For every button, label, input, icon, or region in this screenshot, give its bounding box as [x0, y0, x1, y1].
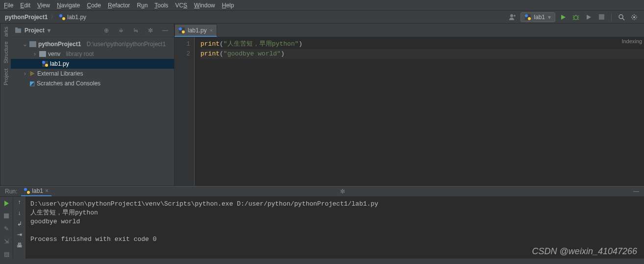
- project-root-path: D:\user\python\pythonProject1: [87, 41, 166, 48]
- editor-area: lab1.py × Indexing 12 print("人生苦短，早用pyth…: [174, 24, 644, 185]
- breadcrumb: pythonProject1 〉 lab1.py: [5, 13, 86, 21]
- project-tool-window: Project ▾ ⊕ ≑ ≒ ✼ — ⌄ pythonProject1 D:\…: [11, 24, 174, 185]
- main-body: Project Structure arks Project ▾ ⊕ ≑ ≒ ✼…: [0, 24, 644, 185]
- stop-button[interactable]: [596, 12, 606, 22]
- run-settings-button[interactable]: ✼: [340, 188, 345, 195]
- project-panel-title[interactable]: Project ▾: [15, 27, 50, 34]
- project-root-node[interactable]: ⌄ pythonProject1 D:\user\python\pythonPr…: [11, 39, 174, 49]
- layout-button[interactable]: ▤: [2, 250, 11, 259]
- project-tree: ⌄ pythonProject1 D:\user\python\pythonPr…: [11, 37, 174, 90]
- soft-wrap-button[interactable]: ↲: [17, 220, 22, 227]
- project-root-label: pythonProject1: [38, 41, 81, 48]
- code-editor[interactable]: 12 print("人生苦短，早用python") print("goodbye…: [174, 37, 644, 185]
- venv-node[interactable]: › venv library root: [11, 49, 174, 59]
- external-libraries-node[interactable]: › ⫸ External Libraries: [11, 69, 174, 79]
- hide-run-panel-button[interactable]: —: [633, 188, 639, 195]
- close-tab-button[interactable]: ×: [210, 27, 213, 33]
- menu-file[interactable]: File: [4, 2, 13, 9]
- collapse-all-button[interactable]: ≒: [131, 26, 141, 35]
- svg-point-0: [510, 14, 513, 17]
- breadcrumb-file[interactable]: lab1.py: [59, 14, 86, 21]
- scroll-down-button[interactable]: ↓: [18, 210, 21, 216]
- rerun-button[interactable]: [2, 199, 11, 208]
- menu-edit[interactable]: Edit: [20, 2, 30, 9]
- run-panel-body: ✎ ⇲ ▤ ↑ ↓ ↲ ⇥ 🖶 D:\user\python\pythonPro…: [0, 197, 644, 259]
- run-panel-label: Run:: [5, 188, 17, 195]
- menu-tools[interactable]: Tools: [154, 2, 168, 9]
- stop-run-button[interactable]: [2, 211, 11, 220]
- console-command: D:\user\python\pythonProject1\venv\Scrip…: [30, 200, 378, 208]
- search-button[interactable]: [617, 12, 626, 22]
- menu-vcs[interactable]: VCS: [175, 2, 187, 9]
- external-libraries-label: External Libraries: [37, 70, 83, 77]
- run-config-label: lab1: [534, 14, 545, 21]
- editor-tab-label: lab1.py: [188, 27, 207, 34]
- pin-tab-button[interactable]: ⇲: [2, 237, 11, 246]
- expand-arrow-icon[interactable]: ⌄: [23, 41, 27, 48]
- blank-arrow: [23, 80, 27, 87]
- hide-panel-button[interactable]: —: [160, 26, 170, 35]
- scroll-to-end-button[interactable]: ⇥: [17, 231, 22, 238]
- tab-project-vertical[interactable]: Project: [3, 68, 9, 85]
- expand-all-button[interactable]: ≑: [116, 26, 126, 35]
- debug-button[interactable]: [571, 12, 581, 22]
- expand-arrow-icon[interactable]: ›: [23, 70, 27, 77]
- watermark: CSDN @weixin_41047266: [532, 247, 637, 256]
- expand-arrow-icon[interactable]: ›: [32, 51, 37, 57]
- menu-window[interactable]: Window: [194, 2, 215, 9]
- tab-structure[interactable]: Structure: [3, 42, 9, 64]
- menu-view[interactable]: View: [37, 2, 50, 9]
- select-opened-file-button[interactable]: ⊕: [101, 26, 111, 35]
- breadcrumb-separator: 〉: [50, 13, 56, 21]
- chevron-down-icon: ▾: [48, 27, 50, 34]
- svg-rect-2: [599, 14, 604, 20]
- scratches-icon: ◩: [29, 80, 35, 87]
- menu-help[interactable]: Help: [222, 2, 234, 9]
- run-configuration-dropdown[interactable]: lab1 ▾: [520, 12, 555, 22]
- python-file-icon: [42, 61, 48, 67]
- print-button[interactable]: 🖶: [17, 242, 23, 249]
- run-tab-lab1[interactable]: lab1 ×: [21, 186, 51, 196]
- settings-icon[interactable]: ✼: [146, 26, 155, 35]
- svg-point-4: [633, 16, 635, 18]
- edit-config-button[interactable]: ✎: [2, 224, 11, 233]
- code-content[interactable]: print("人生苦短，早用python") print("goodbye wo…: [194, 37, 644, 185]
- toolbar-separator: [611, 13, 612, 21]
- python-file-icon: [525, 14, 531, 20]
- run-with-coverage-button[interactable]: [584, 12, 594, 22]
- menu-refactor[interactable]: Refactor: [108, 2, 130, 9]
- run-button[interactable]: [558, 12, 568, 22]
- scratches-node[interactable]: ◩ Scratches and Consoles: [11, 79, 174, 88]
- menu-navigate[interactable]: Navigate: [57, 2, 80, 9]
- run-toolbar-left: ✎ ⇲ ▤: [0, 197, 13, 259]
- svg-rect-6: [15, 27, 18, 29]
- venv-hint: library root: [66, 51, 94, 57]
- project-panel-header: Project ▾ ⊕ ≑ ≒ ✼ —: [11, 24, 174, 37]
- folder-icon: [29, 41, 36, 47]
- file-node-lab1[interactable]: lab1.py: [11, 59, 174, 69]
- editor-tab-lab1[interactable]: lab1.py ×: [174, 24, 217, 37]
- run-toolbar-scroll: ↑ ↓ ↲ ⇥ 🖶: [13, 197, 25, 259]
- menu-run[interactable]: Run: [137, 2, 148, 9]
- tab-bookmarks[interactable]: arks: [3, 26, 9, 37]
- editor-tab-bar: lab1.py ×: [174, 24, 644, 37]
- svg-rect-7: [4, 213, 9, 218]
- svg-point-3: [619, 15, 623, 19]
- add-user-button[interactable]: [508, 12, 518, 22]
- menu-code[interactable]: Code: [87, 2, 101, 9]
- settings-button[interactable]: [629, 12, 639, 22]
- run-tool-window: Run: lab1 × ✼ — ✎ ⇲ ▤ ↑ ↓ ↲ ⇥ 🖶 D:\user\…: [0, 185, 644, 252]
- scroll-up-button[interactable]: ↑: [18, 199, 21, 206]
- navigation-bar: pythonProject1 〉 lab1.py lab1 ▾: [0, 11, 644, 24]
- console-output[interactable]: D:\user\python\pythonProject1\venv\Scrip…: [25, 197, 644, 259]
- left-tool-strip: Project Structure arks: [0, 24, 11, 185]
- project-icon: [15, 27, 22, 34]
- svg-rect-5: [15, 28, 21, 33]
- breadcrumb-file-label: lab1.py: [67, 14, 86, 21]
- svg-point-1: [574, 16, 578, 20]
- console-line: 人生苦短，早用python: [30, 209, 98, 216]
- breadcrumb-project[interactable]: pythonProject1: [5, 14, 48, 21]
- close-icon[interactable]: ×: [45, 187, 49, 194]
- run-panel-header: Run: lab1 × ✼ —: [0, 186, 644, 197]
- python-file-icon: [59, 14, 65, 20]
